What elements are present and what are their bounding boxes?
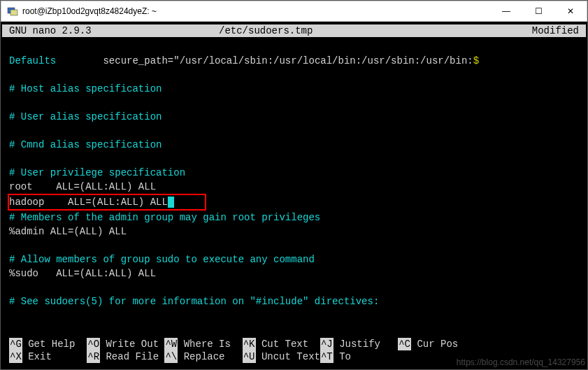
comment-line: # User alias specification bbox=[9, 111, 162, 122]
shortcut-key: ^U bbox=[243, 350, 256, 363]
shortcut-label: To bbox=[334, 351, 357, 362]
comment-line: # Members of the admin group may gain ro… bbox=[9, 212, 320, 223]
shortcut-key: ^G bbox=[9, 338, 22, 350]
text-line: Defaults bbox=[9, 55, 56, 66]
shortcut-key: ^K bbox=[243, 338, 256, 350]
config-line: %admin ALL=(ALL) ALL bbox=[9, 226, 127, 237]
maximize-button[interactable]: ☐ bbox=[522, 1, 554, 21]
shortcut-label: Write Out bbox=[100, 339, 164, 350]
continuation-marker: $ bbox=[473, 55, 479, 66]
comment-line: # User privilege specification bbox=[9, 167, 185, 178]
editor-content[interactable]: Defaults secure_path="/usr/local/sbin:/u… bbox=[2, 37, 586, 308]
comment-line: # Allow members of group sudo to execute… bbox=[9, 254, 315, 265]
shortcut-key: ^T bbox=[320, 350, 334, 363]
terminal-area[interactable]: GNU nano 2.9.3 /etc/sudoers.tmp Modified… bbox=[1, 22, 587, 367]
minimize-button[interactable]: — bbox=[490, 1, 522, 21]
shortcut-label: Where Is bbox=[178, 339, 242, 350]
nano-app-version: GNU nano 2.9.3 bbox=[9, 24, 219, 37]
shortcut-key: ^\ bbox=[164, 350, 178, 363]
shortcut-label: Read File bbox=[100, 351, 164, 362]
comment-line: # Cmnd alias specification bbox=[9, 139, 162, 150]
shortcut-key: ^W bbox=[164, 338, 178, 350]
window-title: root@iZbp10od2gvqt8z4824dyeZ: ~ bbox=[22, 6, 490, 16]
shortcut-key: ^O bbox=[87, 338, 100, 350]
comment-line: # Host alias specification bbox=[9, 83, 162, 94]
highlighted-line: hadoop ALL=(ALL:ALL) ALL bbox=[8, 194, 206, 211]
window-controls: — ☐ ✕ bbox=[490, 1, 587, 21]
shortcut-label: Cut Text bbox=[256, 339, 320, 350]
close-button[interactable]: ✕ bbox=[554, 1, 587, 21]
putty-icon bbox=[7, 6, 18, 17]
window-titlebar: root@iZbp10od2gvqt8z4824dyeZ: ~ — ☐ ✕ bbox=[1, 1, 587, 22]
text-line: secure_path="/usr/local/sbin:/usr/local/… bbox=[56, 55, 473, 66]
shortcut-key: ^R bbox=[87, 350, 100, 363]
shortcut-label: Cur Pos bbox=[411, 339, 475, 350]
watermark: https://blog.csdn.net/qq_14327956 bbox=[457, 357, 585, 367]
shortcut-label: Replace bbox=[178, 351, 242, 362]
nano-filename: /etc/sudoers.tmp bbox=[219, 24, 509, 37]
comment-line: # See sudoers(5) for more information on… bbox=[9, 296, 379, 307]
nano-header: GNU nano 2.9.3 /etc/sudoers.tmp Modified bbox=[2, 24, 586, 37]
config-line: root ALL=(ALL:ALL) ALL bbox=[9, 181, 156, 192]
cursor bbox=[168, 197, 174, 208]
config-line: hadoop ALL=(ALL:ALL) ALL bbox=[9, 197, 168, 208]
shortcut-label: Uncut Text bbox=[256, 351, 320, 362]
shortcut-key: ^C bbox=[398, 338, 411, 350]
config-line: %sudo ALL=(ALL:ALL) ALL bbox=[9, 268, 156, 279]
svg-rect-1 bbox=[10, 10, 17, 15]
shortcut-label: Get Help bbox=[22, 339, 87, 350]
shortcut-label: Exit bbox=[22, 351, 87, 362]
shortcut-key: ^J bbox=[320, 338, 334, 350]
shortcut-key: ^X bbox=[9, 350, 22, 363]
shortcut-label: Justify bbox=[334, 339, 398, 350]
nano-status: Modified bbox=[509, 24, 579, 37]
